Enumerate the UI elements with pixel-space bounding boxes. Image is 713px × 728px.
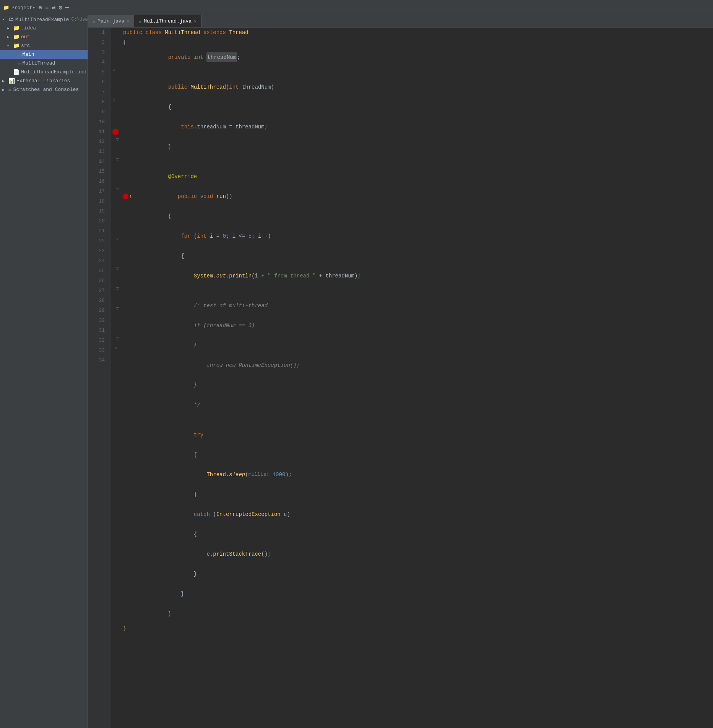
code-line-26: Thread.sleep(millis: 1000); bbox=[123, 465, 713, 485]
code-line-6: { bbox=[123, 97, 713, 117]
tab-multithread[interactable]: ☕ MultiThread.java ✕ bbox=[134, 15, 201, 27]
fold-29[interactable]: ▽ bbox=[116, 306, 119, 311]
idea-label: .idea bbox=[21, 25, 36, 31]
ln-10: 10 bbox=[88, 117, 108, 127]
code-line-32: } bbox=[123, 584, 713, 604]
sidebar-item-iml[interactable]: 📄 MultiThreadExample.iml bbox=[0, 68, 88, 76]
code-line-11: ↑ public void run() bbox=[123, 186, 713, 206]
code-content[interactable]: public class MultiThread extends Thread … bbox=[120, 28, 713, 728]
sync-icon[interactable]: ⇌ bbox=[52, 4, 56, 11]
code-line-10: @Override bbox=[123, 167, 713, 186]
sidebar-item-idea[interactable]: ▶ 📁 .idea bbox=[0, 24, 88, 32]
fold-22[interactable]: ▽ bbox=[116, 236, 119, 241]
folder-icon: 📁 bbox=[13, 25, 19, 31]
ln-6: 6 bbox=[88, 77, 108, 87]
multithread-label: MultiThread bbox=[22, 60, 55, 66]
ln-8: 8 bbox=[88, 97, 108, 107]
project-root-path: C:\User bbox=[71, 17, 88, 22]
ln-16: 16 bbox=[88, 177, 108, 186]
scratches-label: Scratches and Consoles bbox=[13, 87, 79, 92]
java-tab-icon: ☕ bbox=[93, 18, 95, 24]
list-icon[interactable]: ≡ bbox=[45, 4, 49, 11]
sidebar: ▾ 🗂 MultiThreadExample C:\User ▶ 📁 .idea… bbox=[0, 15, 88, 728]
code-line-9 bbox=[123, 157, 713, 167]
sidebar-item-src[interactable]: ▾ 📁 src bbox=[0, 41, 88, 50]
sidebar-item-scratches[interactable]: ▶ ✏ Scratches and Consoles bbox=[0, 85, 88, 94]
ln-22: 22 bbox=[88, 236, 108, 246]
src-label: src bbox=[21, 43, 30, 49]
fold-33[interactable]: ▽ bbox=[115, 345, 117, 350]
arrow-icon: ▾ bbox=[2, 17, 7, 22]
code-line-12: { bbox=[123, 206, 713, 226]
code-line-21: } bbox=[123, 375, 713, 395]
fold-8[interactable]: ▽ bbox=[112, 97, 115, 102]
ln-20: 20 bbox=[88, 216, 108, 226]
ln-11: 11 bbox=[88, 127, 108, 137]
java-icon: ☕ bbox=[18, 60, 21, 66]
minimize-icon[interactable]: — bbox=[65, 4, 69, 11]
code-line-31: } bbox=[123, 564, 713, 584]
file-icon: 📄 bbox=[13, 69, 19, 75]
arrow-icon: ▶ bbox=[7, 26, 11, 31]
library-icon: 📊 bbox=[8, 78, 15, 84]
code-line-15: System.out.println(i + " from thread " +… bbox=[123, 266, 713, 286]
ln-32: 32 bbox=[88, 336, 108, 345]
code-line-7: this.threadNum = threadNum; bbox=[123, 117, 713, 137]
code-line-17: /* test of multi-thread bbox=[123, 296, 713, 316]
sidebar-item-ext-libs[interactable]: ▶ 📊 External Libraries bbox=[0, 76, 88, 85]
code-line-23 bbox=[123, 415, 713, 425]
java-icon: ☕ bbox=[18, 51, 21, 58]
folder-icon: 🗂 bbox=[8, 16, 14, 23]
sidebar-item-multithread[interactable]: ☕ MultiThread bbox=[0, 59, 88, 68]
project-root-label: MultiThreadExample bbox=[15, 17, 69, 23]
tab-main-close[interactable]: ✕ bbox=[127, 19, 129, 24]
tab-main[interactable]: ☕ Main.java ✕ bbox=[88, 15, 134, 27]
fold-32[interactable]: ▽ bbox=[116, 336, 119, 340]
ln-29: 29 bbox=[88, 306, 108, 316]
fold-12[interactable]: ▽ bbox=[116, 137, 119, 142]
breakpoint-circle bbox=[123, 194, 128, 199]
code-line-8: } bbox=[123, 137, 713, 157]
code-line-4 bbox=[123, 67, 713, 77]
code-editor[interactable]: 1 2 3 4 5 6 7 8 9 10 11 12 13 14 15 16 1… bbox=[88, 28, 713, 728]
gear-icon[interactable]: ⚙ bbox=[58, 4, 62, 11]
code-line-18: if (threadNum == 3) bbox=[123, 316, 713, 336]
fold-5[interactable]: ▽ bbox=[112, 67, 115, 72]
code-line-5: public MultiThread(int threadNum) bbox=[123, 77, 713, 97]
code-line-19: { bbox=[123, 336, 713, 355]
code-line-14: { bbox=[123, 246, 713, 266]
ln-30: 30 bbox=[88, 316, 108, 326]
code-line-16 bbox=[123, 286, 713, 296]
code-line-2: { bbox=[123, 37, 713, 47]
code-line-1: public class MultiThread extends Thread bbox=[123, 28, 713, 37]
ln-34: 34 bbox=[88, 355, 108, 365]
fold-17[interactable]: ▽ bbox=[116, 186, 119, 191]
iml-label: MultiThreadExample.iml bbox=[21, 69, 87, 75]
main-layout: ▾ 🗂 MultiThreadExample C:\User ▶ 📁 .idea… bbox=[0, 15, 713, 728]
top-bar: 📁 Project▾ ⊕ ≡ ⇌ ⚙ — bbox=[0, 0, 713, 15]
code-line-27: } bbox=[123, 485, 713, 504]
project-text[interactable]: Project▾ bbox=[11, 5, 35, 11]
main-label: Main bbox=[22, 52, 34, 57]
out-label: out bbox=[21, 34, 30, 40]
ln-5: 5 bbox=[88, 67, 108, 77]
tab-main-label: Main.java bbox=[97, 18, 124, 24]
ln-2: 2 bbox=[88, 37, 108, 47]
sidebar-item-project-root[interactable]: ▾ 🗂 MultiThreadExample C:\User bbox=[0, 15, 88, 24]
sidebar-item-main[interactable]: ☕ Main bbox=[0, 50, 88, 59]
project-label[interactable]: 📁 Project▾ bbox=[3, 5, 35, 11]
tab-multithread-close[interactable]: ✕ bbox=[194, 19, 197, 24]
code-line-28: catch (InterruptedException e) bbox=[123, 504, 713, 524]
ln-23: 23 bbox=[88, 246, 108, 256]
toolbar-icons: ⊕ ≡ ⇌ ⚙ — bbox=[38, 4, 69, 11]
fold-27[interactable]: ▽ bbox=[116, 286, 119, 291]
code-line-3: private int threadNum; bbox=[123, 47, 713, 67]
fold-25[interactable]: ▽ bbox=[116, 266, 119, 271]
sidebar-item-out[interactable]: ▶ 📁 out bbox=[0, 32, 88, 41]
arrow-icon: ▶ bbox=[7, 35, 11, 39]
fold-14[interactable]: ▽ bbox=[116, 157, 119, 162]
ln-12: 12 bbox=[88, 137, 108, 147]
ln-3: 3 bbox=[88, 47, 108, 57]
scratch-icon: ✏ bbox=[8, 86, 11, 93]
add-icon[interactable]: ⊕ bbox=[38, 4, 42, 11]
